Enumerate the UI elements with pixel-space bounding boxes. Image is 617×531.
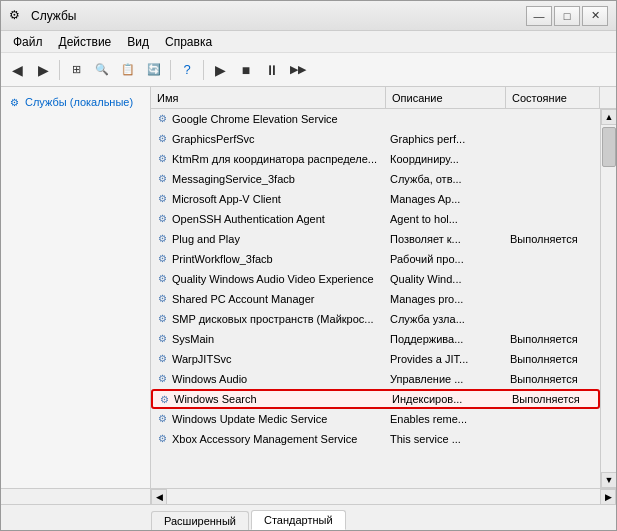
toolbar-btn-2[interactable]: 🔍 (90, 58, 114, 82)
service-icon: ⚙ (157, 392, 171, 406)
main-panel: Имя Описание Состояние ⚙ Google Chrome E… (151, 87, 616, 488)
service-desc-cell: Provides a JIT... (386, 353, 506, 365)
tabs-bar: РасширенныйСтандартный (1, 504, 616, 530)
service-status-cell: Выполняется (508, 393, 598, 405)
list-item[interactable]: ⚙ Google Chrome Elevation Service (151, 109, 600, 129)
sidebar-local-services[interactable]: ⚙ Службы (локальные) (5, 91, 146, 113)
list-item[interactable]: ⚙ Plug and Play Позволяет к... Выполняет… (151, 229, 600, 249)
service-icon: ⚙ (155, 352, 169, 366)
service-desc-text: Управление ... (390, 373, 463, 385)
scroll-thumb[interactable] (602, 127, 616, 167)
service-desc-text: Индексиров... (392, 393, 462, 405)
window-title: Службы (31, 9, 526, 23)
toolbar-btn-3[interactable]: 📋 (116, 58, 140, 82)
list-item[interactable]: ⚙ SMP дисковых пространств (Майкрос... С… (151, 309, 600, 329)
restart-button[interactable]: ▶▶ (286, 58, 310, 82)
app-icon: ⚙ (9, 8, 25, 24)
service-name-cell: ⚙ PrintWorkflow_3facb (151, 252, 386, 266)
list-item[interactable]: ⚙ Windows Audio Управление ... Выполняет… (151, 369, 600, 389)
content-area: ⚙ Службы (локальные) Имя Описание Состоя… (1, 87, 616, 488)
list-item[interactable]: ⚙ MessagingService_3facb Служба, отв... (151, 169, 600, 189)
tab-стандартный[interactable]: Стандартный (251, 510, 346, 530)
list-item[interactable]: ⚙ Windows Update Medic Service Enables r… (151, 409, 600, 429)
list-item[interactable]: ⚙ PrintWorkflow_3facb Рабочий про... (151, 249, 600, 269)
close-button[interactable]: ✕ (582, 6, 608, 26)
service-desc-cell: Manages Ap... (386, 193, 506, 205)
maximize-button[interactable]: □ (554, 6, 580, 26)
toolbar-separator-3 (203, 60, 204, 80)
service-icon: ⚙ (155, 412, 169, 426)
col-header-name[interactable]: Имя (151, 87, 386, 108)
service-name-text: SMP дисковых пространств (Майкрос... (172, 313, 374, 325)
service-name-cell: ⚙ Quality Windows Audio Video Experience (151, 272, 386, 286)
sidebar-title-text: Службы (локальные) (25, 96, 133, 108)
service-name-text: PrintWorkflow_3facb (172, 253, 273, 265)
service-name-cell: ⚙ Microsoft App-V Client (151, 192, 386, 206)
service-name-cell: ⚙ Shared PC Account Manager (151, 292, 386, 306)
menu-help[interactable]: Справка (157, 33, 220, 51)
toolbar-btn-1[interactable]: ⊞ (64, 58, 88, 82)
service-desc-cell: Служба, отв... (386, 173, 506, 185)
service-name-text: GraphicsPerfSvc (172, 133, 255, 145)
service-desc-cell: Graphics perf... (386, 133, 506, 145)
hscroll-left-arrow[interactable]: ◀ (151, 489, 167, 505)
list-item[interactable]: ⚙ SysMain Поддержива... Выполняется (151, 329, 600, 349)
hscroll-track (167, 489, 600, 504)
service-desc-text: Enables reme... (390, 413, 467, 425)
service-name-text: Windows Search (174, 393, 257, 405)
vertical-scrollbar[interactable]: ▲ ▼ (600, 109, 616, 488)
back-button[interactable]: ◀ (5, 58, 29, 82)
hscroll-right-arrow[interactable]: ▶ (600, 489, 616, 505)
list-item[interactable]: ⚙ OpenSSH Authentication Agent Agent to … (151, 209, 600, 229)
scroll-down-arrow[interactable]: ▼ (601, 472, 616, 488)
service-desc-text: Manages pro... (390, 293, 463, 305)
service-status-cell: Выполняется (506, 233, 600, 245)
service-desc-cell: Поддержива... (386, 333, 506, 345)
list-item[interactable]: ⚙ Windows Search Индексиров... Выполняет… (151, 389, 600, 409)
service-status-cell: Выполняется (506, 333, 600, 345)
service-desc-cell: Координиру... (386, 153, 506, 165)
minimize-button[interactable]: — (526, 6, 552, 26)
list-item[interactable]: ⚙ Microsoft App-V Client Manages Ap... (151, 189, 600, 209)
list-item[interactable]: ⚙ KtmRm для координатора распределе... К… (151, 149, 600, 169)
list-item[interactable]: ⚙ Quality Windows Audio Video Experience… (151, 269, 600, 289)
list-item[interactable]: ⚙ Shared PC Account Manager Manages pro.… (151, 289, 600, 309)
col-header-status[interactable]: Состояние (506, 87, 600, 108)
list-header: Имя Описание Состояние (151, 87, 616, 109)
service-name-text: OpenSSH Authentication Agent (172, 213, 325, 225)
service-name-cell: ⚙ GraphicsPerfSvc (151, 132, 386, 146)
service-status-text: Выполняется (510, 233, 578, 245)
list-item[interactable]: ⚙ GraphicsPerfSvc Graphics perf... (151, 129, 600, 149)
service-name-text: MessagingService_3facb (172, 173, 295, 185)
service-name-cell: ⚙ OpenSSH Authentication Agent (151, 212, 386, 226)
list-scroll-wrapper: ⚙ Google Chrome Elevation Service ⚙ Grap… (151, 109, 616, 488)
service-desc-text: Graphics perf... (390, 133, 465, 145)
service-desc-cell: Позволяет к... (386, 233, 506, 245)
toolbar-help[interactable]: ? (175, 58, 199, 82)
service-status-text: Выполняется (510, 353, 578, 365)
col-header-description[interactable]: Описание (386, 87, 506, 108)
service-desc-text: Manages Ap... (390, 193, 460, 205)
stop-button[interactable]: ■ (234, 58, 258, 82)
tab-расширенный[interactable]: Расширенный (151, 511, 249, 530)
play-button[interactable]: ▶ (208, 58, 232, 82)
toolbar-btn-4[interactable]: 🔄 (142, 58, 166, 82)
menu-file[interactable]: Файл (5, 33, 51, 51)
toolbar-separator-2 (170, 60, 171, 80)
service-desc-text: Служба узла... (390, 313, 465, 325)
menu-view[interactable]: Вид (119, 33, 157, 51)
service-desc-cell: Quality Wind... (386, 273, 506, 285)
list-item[interactable]: ⚙ WarpJITSvc Provides a JIT... Выполняет… (151, 349, 600, 369)
service-icon: ⚙ (155, 212, 169, 226)
scroll-up-arrow[interactable]: ▲ (601, 109, 616, 125)
list-item[interactable]: ⚙ Xbox Accessory Management Service This… (151, 429, 600, 449)
service-name-text: Shared PC Account Manager (172, 293, 314, 305)
service-name-text: Windows Update Medic Service (172, 413, 327, 425)
service-desc-text: This service ... (390, 433, 461, 445)
pause-button[interactable]: ⏸ (260, 58, 284, 82)
service-name-text: Microsoft App-V Client (172, 193, 281, 205)
menu-action[interactable]: Действие (51, 33, 120, 51)
service-icon: ⚙ (155, 332, 169, 346)
forward-button[interactable]: ▶ (31, 58, 55, 82)
service-desc-cell: Индексиров... (388, 393, 508, 405)
